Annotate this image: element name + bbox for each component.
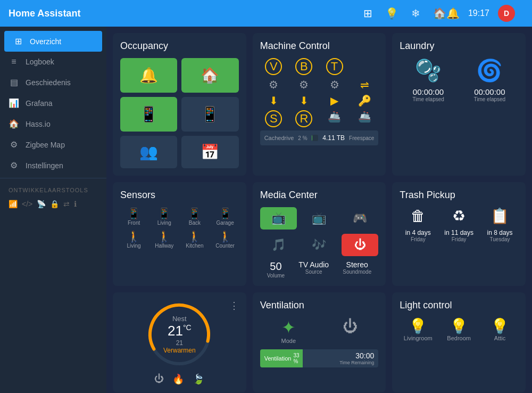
app-title: Home Assistant (9, 8, 351, 19)
trash-icons-row: 🗑 ♻ 📋 (400, 207, 518, 225)
vent-fan-icon[interactable]: ✦ (260, 317, 317, 338)
lock-icon[interactable]: 🔒 (50, 200, 59, 208)
nav-light-icon[interactable]: 💡 (385, 7, 398, 20)
media-tv2[interactable]: 📺 (301, 207, 338, 230)
ventilation-title: Ventilation (260, 300, 379, 311)
occupancy-calendar-icon-wrap: 📅 (181, 136, 238, 168)
trash-paper: 📋 (481, 207, 518, 225)
bulb-bedroom-icon[interactable]: 💡 (440, 317, 477, 335)
light-bedroom: 💡 Bedroom (440, 317, 477, 341)
occupancy-phone-btn[interactable]: 📱 (120, 97, 177, 132)
sidebar-label-overzicht: Overzicht (30, 37, 61, 46)
sidebar-item-hassio[interactable]: 🏠 Hass.io (0, 113, 106, 134)
machine-icon-ship2[interactable]: 🚢 (351, 110, 378, 127)
sensor-garage-label: Garage (211, 220, 238, 226)
nest-card: ⋮ Nest 21°C 21 Verwarmen ⏻ � (113, 292, 246, 392)
trash-paper-icon: 📋 (481, 207, 518, 225)
machine-icon-key[interactable]: 🔑 (351, 94, 378, 107)
machine-icon-gear2[interactable]: ⚙ (290, 78, 318, 91)
nest-options-btn[interactable]: ⋮ (229, 300, 239, 312)
machine-icon-gear3[interactable]: ⚙ (321, 78, 348, 91)
wifi-icon[interactable]: 📶 (9, 200, 18, 208)
light-attic-label: Attic (481, 335, 518, 341)
machine-icon-s[interactable]: S (265, 110, 282, 127)
sidebar-item-logboek[interactable]: ≡ Logboek (0, 52, 106, 72)
media-spotify-icon[interactable]: 🎶 (301, 234, 338, 256)
walk-hallway-icon: 🚶 (151, 230, 178, 243)
machine-icon-gear1[interactable]: ⚙ (260, 78, 287, 91)
sensor-people-kitchen: 🚶 Kitchen (181, 230, 208, 249)
sidebar-label-instellingen: Instellingen (26, 161, 63, 170)
machine-icon-switch[interactable]: ⇌ (351, 78, 378, 91)
machine-icon-play[interactable]: ▶ (321, 94, 348, 107)
vent-power-icon[interactable]: ⏻ (321, 317, 378, 335)
machine-icon-r[interactable]: R (295, 110, 312, 127)
media-tv-active[interactable]: 📺 (260, 207, 297, 230)
vent-icons: ✦ Mode ⏻ (260, 317, 379, 344)
machine-icon-dl2[interactable]: ⬇ (290, 94, 318, 107)
bulb-attic-icon[interactable]: 💡 (481, 317, 518, 335)
notification-bell-icon[interactable]: 🔔 (446, 7, 460, 20)
trash-days-1: in 4 days Friday (400, 229, 436, 242)
nest-leaf-icon[interactable]: 🍃 (193, 373, 204, 385)
sidebar-item-grafana[interactable]: 📊 Grafana (0, 93, 106, 113)
nav-climate-icon[interactable]: ❄ (411, 7, 420, 20)
transfer-icon[interactable]: ⇄ (63, 200, 70, 208)
cachedrive-free: 4.11 TB (322, 134, 345, 142)
media-power-btn[interactable]: ⏻ (342, 234, 378, 256)
sidebar-item-zigbee[interactable]: ⚙ Zigbee Map (0, 134, 106, 155)
light-grid: 💡 Livingroom 💡 Bedroom 💡 Attic (400, 317, 518, 341)
media-source: TV Audio Source (298, 260, 329, 279)
media-ps-icon[interactable]: 🎮 (342, 207, 378, 230)
laundry-time1: 00:00:00 Time elapsed (400, 87, 456, 102)
machine-icon-dl1[interactable]: ⬇ (260, 94, 287, 107)
vent-time-label: Time Remaining (339, 360, 374, 365)
settings-icon: ⚙ (9, 160, 19, 170)
occupancy-alarm-btn[interactable]: 🔔 (120, 58, 177, 93)
occupancy-card: Occupancy 🔔 🏠 📱 📱 👥 (113, 33, 246, 176)
info-icon[interactable]: ℹ (74, 200, 77, 208)
walk-living-icon: 🚶 (120, 230, 147, 243)
sidebar-item-geschiedenis[interactable]: ▤ Geschiedenis (0, 72, 106, 93)
history-icon: ▤ (9, 77, 19, 87)
nav-icons: ⊞ 💡 ❄ 🏠 (363, 7, 446, 20)
trash-recycle-icon: ♻ (440, 207, 477, 225)
vent-time-wrap: 30:00 Time Remaining (339, 351, 378, 365)
sidebar-label-logboek: Logboek (26, 58, 54, 66)
rss-icon[interactable]: 📡 (37, 200, 46, 208)
sensor-back-label: Back (181, 220, 208, 226)
media-soundmode: Stereo Soundmode (343, 260, 371, 279)
code-icon[interactable]: </> (22, 200, 32, 208)
occupancy-home-btn[interactable]: 🏠 (181, 58, 238, 93)
trash-day-2-label: Friday (440, 236, 477, 242)
occupancy-phone2-btn[interactable]: 📱 (181, 97, 238, 132)
bulb-livingroom-icon[interactable]: 💡 (400, 317, 436, 335)
walk-kitchen-icon: 🚶 (181, 230, 208, 243)
avatar[interactable]: D (498, 5, 515, 22)
machine-control-title: Machine Control (260, 40, 379, 52)
nav-home-icon[interactable]: 🏠 (433, 7, 446, 20)
topbar: Home Assistant ⊞ 💡 ❄ 🏠 🔔 19:17 D (0, 0, 532, 27)
nest-flame-icon[interactable]: 🔥 (172, 373, 184, 385)
walk-hallway-label: Hallway (151, 243, 178, 249)
sidebar-label-geschiedenis: Geschiedenis (26, 78, 71, 87)
sidebar-item-overzicht[interactable]: ⊞ Overzicht (4, 31, 102, 52)
nav-grid-icon[interactable]: ⊞ (363, 7, 372, 20)
laundry-time1-label: Time elapsed (400, 96, 456, 102)
walk-living-label: Living (120, 243, 147, 249)
nest-power-icon[interactable]: ⏻ (154, 373, 164, 385)
trash-general-icon: 🗑 (400, 207, 436, 225)
machine-icon-b[interactable]: B (295, 58, 312, 75)
media-music-icon[interactable]: 🎵 (260, 234, 297, 256)
machine-icon-ship1[interactable]: 🚢 (321, 110, 348, 127)
occupancy-info: 👥 📅 (120, 136, 239, 168)
hassio-icon: 🏠 (9, 119, 19, 129)
machine-icon-t[interactable]: T (326, 58, 343, 75)
trash-days-2-value: in 11 days (440, 229, 477, 236)
laundry-grid: 🫧 🌀 00:00:00 Time elapsed 00:00:00 Time … (400, 58, 518, 102)
trash-days-1-value: in 4 days (400, 229, 436, 236)
trash-pickup-card: Trash Pickup 🗑 ♻ 📋 in 4 days Friday (392, 182, 526, 286)
sidebar-item-instellingen[interactable]: ⚙ Instellingen (0, 155, 106, 176)
sensor-back-icon: 📱 (181, 207, 208, 220)
machine-icon-v[interactable]: V (265, 58, 282, 75)
